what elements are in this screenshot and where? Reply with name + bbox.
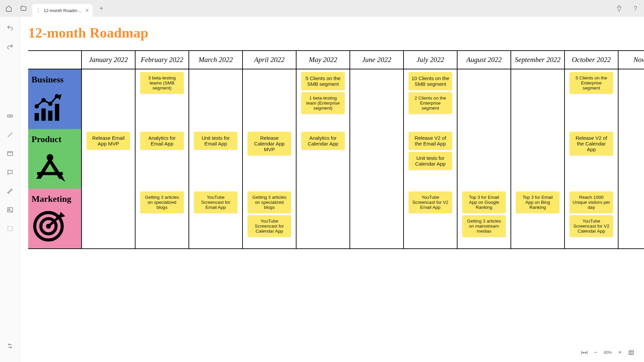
sticky-note[interactable]: 1 beta-testing team (Enterprise segment) (301, 92, 345, 114)
sticky-note[interactable]: YouTube Screencast for Email App (194, 191, 237, 213)
zoom-out-icon[interactable]: − (592, 349, 599, 356)
sticky-note[interactable]: YouTube Screencast for V2 Email App (409, 191, 452, 213)
roadmap-cell[interactable] (511, 69, 565, 129)
sticky-note[interactable]: YouTube Screencast for V2 Calendar App (570, 215, 613, 237)
diamond-icon[interactable] (613, 2, 625, 14)
sticky-note[interactable]: Top 3 for Email App on Bing Ranking (516, 191, 559, 213)
left-sidebar (0, 17, 20, 362)
sticky-note[interactable]: Getting 3 articles on mainstream medias (462, 215, 506, 237)
svg-rect-18 (55, 104, 59, 121)
frame-tool-icon[interactable] (4, 147, 16, 160)
roadmap-cell[interactable]: Analytics for Email App (136, 129, 189, 189)
roadmap-cell[interactable] (82, 189, 136, 249)
sticky-note[interactable]: Release V2 of the Email App (409, 132, 452, 150)
month-header: October 2022 (565, 51, 619, 69)
roadmap-cell[interactable]: 5 Clients on the SMB segment1 beta-testi… (297, 69, 350, 129)
zoom-in-icon[interactable]: + (616, 349, 623, 356)
roadmap-cell[interactable]: Unit tests for Email App (189, 129, 243, 189)
roadmap-cell[interactable]: Getting 3 articles on specialized blogsY… (243, 189, 297, 249)
sticky-note[interactable]: 10 Clients on the SMB segment (409, 72, 452, 90)
zoom-level[interactable]: 80% (604, 350, 612, 355)
roadmap-cell[interactable] (458, 69, 511, 129)
line-tool-icon[interactable] (4, 129, 16, 141)
roadmap-cell[interactable]: YouTube Screencast for Email App (189, 189, 243, 249)
sticky-note[interactable]: Unit tests for Calendar App (409, 152, 452, 170)
select-tool-icon[interactable] (4, 223, 16, 235)
svg-line-2 (8, 132, 12, 137)
pen-tool-icon[interactable] (4, 185, 16, 197)
sticky-note[interactable]: Release V2 of the Calendar App (570, 132, 613, 156)
month-header: January 2022 (82, 51, 136, 69)
sticky-note[interactable]: 5 Clients on the Enterprise segment (570, 72, 613, 94)
header-corner (28, 51, 82, 69)
roadmap-cell[interactable]: YouTube Screencast for V2 Email App (404, 189, 458, 249)
roadmap-cell[interactable]: Reach 1000 Unique visitors per dayYouTub… (565, 189, 619, 249)
svg-rect-17 (48, 111, 53, 121)
comment-tool-icon[interactable] (4, 166, 16, 178)
zoom-bar: − 80% + (578, 348, 637, 357)
roadmap-cell[interactable] (619, 129, 644, 189)
roadmap-cell[interactable]: Top 3 for Email App on Bing Ranking (511, 189, 565, 249)
redo-icon[interactable] (4, 41, 16, 53)
home-icon[interactable] (3, 2, 15, 14)
sticky-note[interactable]: YouTube Screencast for Calendar App (248, 215, 291, 237)
roadmap-cell[interactable]: Release Email App MVP (82, 129, 136, 189)
sticky-note[interactable]: 2 Clients on the Enterprise segment (409, 92, 452, 114)
roadmap-cell[interactable] (297, 189, 350, 249)
roadmap-cell[interactable]: Release V2 of the Email AppUnit tests fo… (404, 129, 458, 189)
sticky-note[interactable]: Release Calendar App MVP (248, 132, 291, 156)
new-tab-icon[interactable]: + (95, 2, 107, 14)
svg-rect-16 (41, 109, 46, 121)
month-header: March 2022 (189, 51, 243, 69)
tab-bar: ⋮ 12-month Roadm… ✕ + ? (0, 0, 644, 17)
sticky-note[interactable]: Reach 1000 Unique visitors per day (570, 191, 613, 213)
month-header: Novemb (619, 51, 644, 69)
sticky-note[interactable]: Analytics for Email App (140, 132, 184, 150)
roadmap-cell[interactable]: 10 Clients on the SMB segment2 Clients o… (404, 69, 458, 129)
roadmap-cell[interactable]: Release Calendar App MVP (243, 129, 297, 189)
roadmap-cell[interactable]: Analytics for Calendar App (297, 129, 350, 189)
month-header: August 2022 (458, 51, 511, 69)
map-icon[interactable] (628, 350, 635, 356)
row-label-business: Business (28, 69, 82, 129)
roadmap-cell[interactable] (350, 189, 404, 249)
roadmap-cell[interactable] (82, 69, 136, 129)
roadmap-cell[interactable] (511, 129, 565, 189)
roadmap-cell[interactable] (189, 69, 243, 129)
fit-width-icon[interactable] (581, 350, 588, 355)
sticky-note[interactable]: Unit tests for Email App (194, 132, 237, 150)
roadmap-cell[interactable] (458, 129, 511, 189)
image-tool-icon[interactable] (4, 204, 16, 216)
roadmap-cell[interactable] (350, 129, 404, 189)
roadmap-cell[interactable]: Release V2 of the Calendar App (565, 129, 619, 189)
sticky-note[interactable]: Getting 3 articles on specialized blogs (248, 191, 291, 213)
tab-menu-icon[interactable]: ⋮ (36, 7, 41, 14)
roadmap-cell[interactable] (243, 69, 297, 129)
roadmap-cell[interactable]: 3 beta-testing teams (SMB segment) (136, 69, 189, 129)
month-header: September 2022 (511, 51, 565, 69)
sticky-note[interactable]: Top 3 for Email App on Google Ranking (462, 191, 506, 213)
sticky-note[interactable]: Release Email App MVP (87, 132, 130, 150)
roadmap-cell[interactable] (619, 189, 644, 249)
tab-active[interactable]: ⋮ 12-month Roadm… ✕ (32, 4, 93, 17)
sticky-note[interactable]: Analytics for Calendar App (301, 132, 345, 150)
roadmap-cell[interactable]: Top 3 for Email App on Google RankingGet… (458, 189, 511, 249)
roadmap-cell[interactable]: 5 Clients on the Enterprise segment (565, 69, 619, 129)
sticky-note[interactable]: 5 Clients on the SMB segment (301, 72, 345, 90)
folder-icon[interactable] (17, 2, 30, 14)
settings-tool-icon[interactable] (4, 340, 16, 352)
svg-rect-7 (8, 226, 12, 231)
canvas[interactable]: 12-month Roadmap January 2022February 20… (20, 17, 644, 362)
sticky-note[interactable]: 3 beta-testing teams (SMB segment) (140, 72, 184, 94)
undo-icon[interactable] (4, 22, 16, 34)
roadmap-cell[interactable]: Getting 3 articles on specialized blogs (136, 189, 189, 249)
tab-title: 12-month Roadm… (44, 8, 83, 13)
svg-point-9 (8, 344, 9, 345)
text-tool-icon[interactable] (4, 110, 16, 122)
roadmap-cell[interactable] (350, 69, 404, 129)
help-icon[interactable]: ? (629, 2, 641, 14)
svg-rect-3 (7, 152, 12, 156)
tab-close-icon[interactable]: ✕ (85, 8, 89, 13)
sticky-note[interactable]: Getting 3 articles on specialized blogs (140, 191, 184, 213)
roadmap-cell[interactable] (619, 69, 644, 129)
